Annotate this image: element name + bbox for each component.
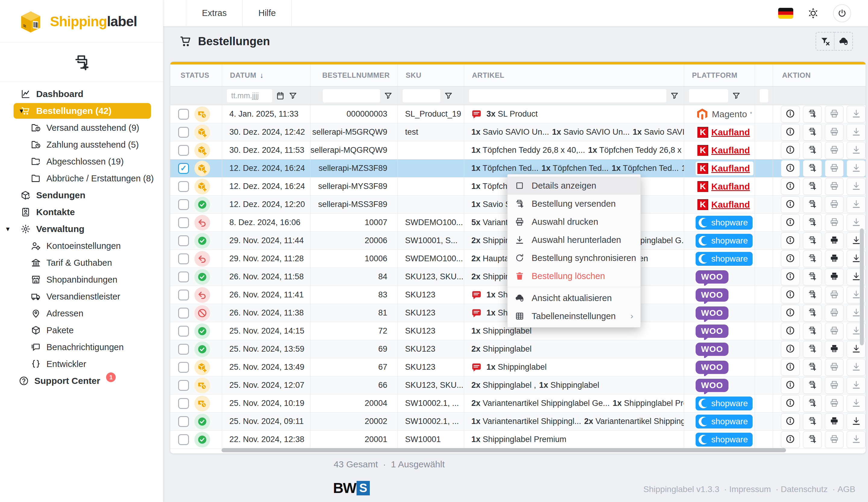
datenschutz-link[interactable]: Datenschutz	[781, 484, 828, 494]
details-button[interactable]	[781, 232, 800, 249]
row-checkbox[interactable]	[178, 272, 189, 282]
header-plattform[interactable]: PLATTFORM	[684, 64, 755, 86]
table-row[interactable]: 30. Dez. 2024, 11:53 sellerapi-MQGRQW9 1…	[170, 141, 866, 159]
download-button[interactable]	[847, 377, 866, 394]
print-button[interactable]	[825, 269, 844, 285]
table-row[interactable]: 25. Nov. 2024, 13:49 67 SKU123 1x Shippi…	[170, 358, 866, 376]
row-checkbox[interactable]	[178, 217, 189, 228]
sidebar-item-zahlung-ausstehend-5[interactable]: Zahlung ausstehend (5)	[0, 136, 163, 153]
header-datum[interactable]: DATUM↓	[222, 64, 310, 86]
brightness-icon[interactable]	[807, 7, 819, 19]
ship-order-button[interactable]	[803, 214, 822, 231]
details-button[interactable]	[781, 124, 800, 141]
print-button[interactable]	[825, 377, 844, 394]
details-button[interactable]	[781, 250, 800, 267]
details-button[interactable]	[781, 413, 800, 430]
table-row[interactable]: 4. Jan. 2025, 11:33 000000003 SL_Product…	[170, 105, 866, 123]
details-button[interactable]	[781, 106, 800, 123]
details-button[interactable]	[781, 178, 800, 195]
print-button[interactable]	[825, 341, 844, 358]
sidebar-item-sendungen[interactable]: Sendungen	[0, 187, 163, 204]
menu-hilfe[interactable]: Hilfe	[242, 0, 292, 26]
context-menu-auswahl-drucken[interactable]: Auswahl drucken	[508, 213, 640, 231]
details-button[interactable]	[781, 269, 800, 285]
download-button[interactable]	[847, 124, 866, 141]
funnel-icon[interactable]	[384, 91, 393, 100]
ship-order-button[interactable]	[803, 286, 822, 303]
table-row[interactable]: 30. Dez. 2024, 12:42 sellerapi-M5GRQW9 t…	[170, 123, 866, 141]
ship-order-button[interactable]	[803, 196, 822, 213]
logout-power-button[interactable]	[833, 4, 851, 22]
context-menu-bestellung-l-schen[interactable]: Bestellung löschen	[508, 267, 640, 285]
row-checkbox[interactable]	[178, 181, 189, 192]
ship-order-button[interactable]	[803, 359, 822, 376]
vertical-scrollbar-thumb[interactable]	[860, 228, 864, 345]
ship-order-button[interactable]	[803, 178, 822, 195]
print-button[interactable]	[825, 395, 844, 412]
sku-filter-input[interactable]	[403, 89, 440, 103]
ship-order-button[interactable]	[803, 413, 822, 430]
ship-order-button[interactable]	[803, 250, 822, 267]
funnel-icon[interactable]	[444, 91, 453, 100]
sidebar-item-support-center[interactable]: Support Center1	[0, 373, 163, 389]
row-checkbox[interactable]	[178, 416, 189, 427]
row-checkbox[interactable]	[178, 127, 189, 138]
context-menu-auswahl-herunterladen[interactable]: Auswahl herunterladen	[508, 231, 640, 249]
sidebar-item-adressen[interactable]: Adressen	[0, 305, 163, 322]
context-menu-bestellung-versenden[interactable]: Bestellung versenden	[508, 195, 640, 213]
brand-logo[interactable]: Shippinglabel	[0, 0, 163, 43]
funnel-icon[interactable]	[288, 91, 298, 100]
download-button[interactable]	[847, 106, 866, 123]
sidebar-item-pakete[interactable]: Pakete	[0, 322, 163, 339]
print-button[interactable]	[825, 142, 844, 159]
print-button[interactable]	[825, 178, 844, 195]
funnel-icon[interactable]	[670, 91, 679, 100]
row-checkbox[interactable]	[178, 380, 189, 391]
sidebar-item-benachrichtigungen[interactable]: Benachrichtigungen	[0, 339, 163, 356]
table-row[interactable]: 25. Nov. 2024, 13:59 69 SKU123 2x Shippi…	[170, 340, 866, 358]
details-button[interactable]	[781, 160, 800, 177]
table-row[interactable]: 25. Nov. 2024, 09:11 20002 SW10002.1, ..…	[170, 412, 866, 431]
bws-logo[interactable]: BWS	[333, 480, 370, 496]
row-checkbox[interactable]	[178, 290, 189, 301]
row-checkbox[interactable]	[178, 253, 189, 264]
create-label-button[interactable]	[0, 43, 163, 82]
sidebar-item-shopanbindungen[interactable]: Shopanbindungen	[0, 271, 163, 288]
sidebar-item-tarif-guthaben[interactable]: Tarif & Guthaben	[0, 254, 163, 271]
clear-filters-button[interactable]	[816, 32, 834, 51]
row-checkbox[interactable]	[178, 145, 189, 156]
row-checkbox[interactable]	[178, 308, 189, 318]
spacer-filter-input[interactable]	[760, 89, 768, 103]
print-button[interactable]	[825, 413, 844, 430]
ship-order-button[interactable]	[803, 305, 822, 322]
row-checkbox[interactable]	[178, 362, 189, 373]
menu-extras[interactable]: Extras	[186, 0, 242, 26]
caret-down-icon[interactable]: ▼	[5, 226, 11, 233]
table-row[interactable]: 22. Nov. 2024, 12:38 20001 SW10001 1x Sh…	[170, 431, 866, 449]
print-button[interactable]	[825, 232, 844, 249]
sidebar-item-kontoeinstellungen[interactable]: Kontoeinstellungen	[0, 238, 163, 254]
print-button[interactable]	[825, 160, 844, 177]
details-button[interactable]	[781, 196, 800, 213]
context-menu-ansicht-aktualisieren[interactable]: Ansicht aktualisieren	[508, 289, 640, 307]
header-status[interactable]: STATUS	[170, 64, 222, 86]
row-checkbox[interactable]	[178, 109, 189, 119]
download-button[interactable]	[847, 431, 866, 448]
order-filter-input[interactable]	[323, 89, 380, 103]
funnel-icon[interactable]	[732, 91, 741, 100]
horizontal-scrollbar[interactable]	[170, 448, 866, 452]
print-button[interactable]	[825, 250, 844, 267]
agb-link[interactable]: AGB	[838, 484, 855, 494]
row-checkbox[interactable]	[178, 235, 189, 246]
ship-order-button[interactable]	[803, 395, 822, 412]
details-button[interactable]	[781, 341, 800, 358]
plattform-filter-input[interactable]	[689, 89, 728, 103]
header-bestellnummer[interactable]: BESTELLNUMMER	[310, 64, 398, 86]
download-button[interactable]	[847, 395, 866, 412]
ship-order-button[interactable]	[803, 142, 822, 159]
details-button[interactable]	[781, 214, 800, 231]
details-button[interactable]	[781, 286, 800, 303]
row-checkbox[interactable]: ✓	[178, 163, 189, 174]
sidebar-item-versandienstleister[interactable]: Versandienstleister	[0, 288, 163, 305]
download-button[interactable]	[847, 178, 866, 195]
